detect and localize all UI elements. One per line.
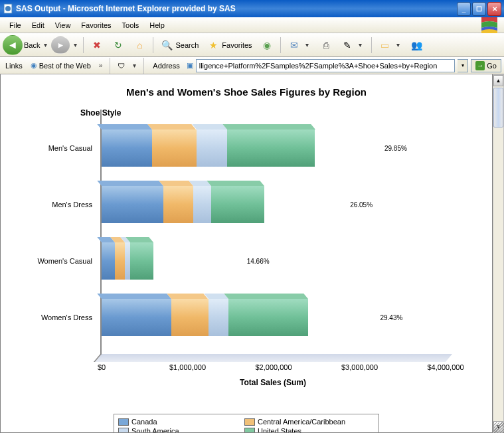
refresh-button[interactable]: ↻ <box>108 36 128 54</box>
legend-swatch <box>118 418 129 426</box>
chevron-down-icon: ▾ <box>394 41 402 48</box>
edit-icon: ✎ <box>341 39 354 52</box>
menu-tools[interactable]: Tools <box>117 20 145 31</box>
home-button[interactable]: ⌂ <box>129 36 149 54</box>
bar-segment <box>152 130 196 167</box>
bar-segment <box>211 186 264 223</box>
separator <box>143 58 144 74</box>
menu-view[interactable]: View <box>50 20 76 31</box>
go-button[interactable]: → Go <box>471 59 501 72</box>
go-arrow-icon: → <box>475 61 485 70</box>
edit-button[interactable]: ✎▾ <box>337 36 368 54</box>
x-axis-title: Total Sales (Sum) <box>100 378 446 387</box>
bar-segment <box>228 299 308 336</box>
home-icon: ⌂ <box>133 39 146 52</box>
chart-legend: CanadaCentral America/CaribbeanSouth Ame… <box>114 414 379 433</box>
print-button[interactable]: ⎙ <box>316 36 336 54</box>
legend-swatch <box>244 418 255 426</box>
link-best-of-web[interactable]: ◉ Best of the Web <box>28 61 94 70</box>
legend-item: Canada <box>118 417 244 426</box>
back-button[interactable]: ◄ <box>3 35 23 55</box>
bar-row: 29.85% <box>102 130 373 167</box>
legend-swatch <box>244 428 255 434</box>
messenger-icon: 👥 <box>410 39 424 52</box>
address-dropdown-button[interactable]: ▾ <box>458 59 468 72</box>
plot-floor <box>94 354 452 362</box>
folder-icon: ▭ <box>378 39 392 52</box>
y-tick-label: Men's Dress <box>52 201 92 209</box>
bar-row: 26.05% <box>102 186 338 223</box>
back-label: Back <box>24 41 40 49</box>
bar-segment <box>193 186 211 223</box>
bar-segment <box>171 299 208 336</box>
legend-item: South America <box>118 426 244 433</box>
y-tick-label: Women's Casual <box>37 257 92 265</box>
refresh-icon: ↻ <box>112 39 125 52</box>
vertical-scrollbar[interactable]: ▲ ▼ <box>493 74 504 433</box>
legend-item: United States <box>244 426 371 433</box>
mail-icon: ✉ <box>288 39 301 52</box>
main-toolbar: ◄ Back ▾ ► ▾ ✖ ↻ ⌂ 🔍Search ★Favorites ◉ … <box>0 33 504 57</box>
bar-segment <box>227 130 315 167</box>
legend-label: United States <box>258 427 301 433</box>
menu-file[interactable]: File <box>4 20 27 31</box>
x-tick-label: $0 <box>98 363 106 371</box>
stop-icon: ✖ <box>90 39 104 52</box>
favorites-button[interactable]: ★Favorites <box>203 36 255 54</box>
ie-page-icon <box>3 3 13 14</box>
legend-label: South America <box>131 427 179 433</box>
forward-dropdown-icon[interactable]: ▾ <box>71 41 80 48</box>
messenger-button[interactable]: 👥 <box>407 36 427 54</box>
menu-favorites[interactable]: Favorites <box>76 20 116 31</box>
scroll-thumb[interactable] <box>493 88 503 128</box>
y-tick-label: Men's Casual <box>48 144 92 152</box>
forward-button[interactable]: ► <box>51 37 70 54</box>
ie-logo-icon <box>479 15 500 36</box>
menu-help[interactable]: Help <box>144 20 170 31</box>
bar-segment <box>197 130 227 167</box>
y-tick-label: Women's Dress <box>41 313 92 321</box>
chevron-down-icon: ▾ <box>356 41 365 48</box>
bar-segment <box>115 242 125 280</box>
back-dropdown-icon[interactable]: ▾ <box>41 41 50 48</box>
resize-grip[interactable] <box>493 422 504 433</box>
address-input[interactable] <box>196 59 456 72</box>
chevron-down-icon[interactable]: ▾ <box>130 62 139 69</box>
maximize-button[interactable]: ☐ <box>472 2 486 16</box>
norton-icon[interactable]: 🛡 <box>115 62 127 70</box>
x-tick-label: $3,000,000 <box>341 363 378 371</box>
bar-percent-label: 29.85% <box>384 145 407 152</box>
scroll-up-button[interactable]: ▲ <box>493 75 503 86</box>
folder-button[interactable]: ▭▾ <box>375 36 406 54</box>
separator <box>280 37 281 53</box>
stop-button[interactable]: ✖ <box>87 36 107 54</box>
mail-button[interactable]: ✉▾ <box>284 36 315 54</box>
legend-label: Central America/Caribbean <box>258 418 345 426</box>
minimize-button[interactable]: _ <box>457 2 471 16</box>
separator <box>83 37 84 53</box>
close-button[interactable]: ✕ <box>487 2 501 16</box>
bar-segment <box>130 242 153 280</box>
bar-segment <box>102 242 115 280</box>
legend-label: Canada <box>131 418 157 426</box>
media-button[interactable]: ◉ <box>257 36 277 54</box>
print-icon: ⎙ <box>319 39 333 52</box>
bar-segment <box>102 299 171 336</box>
bar-row: 29.43% <box>102 299 368 336</box>
chevron-down-icon: ▾ <box>303 41 311 48</box>
chart-area: Shoe Style Men's Casual29.85%Men's Dress… <box>14 110 479 407</box>
bar-segment <box>209 299 228 336</box>
separator <box>110 58 110 74</box>
bar-row: 14.66% <box>102 242 235 280</box>
x-tick-label: $2,000,000 <box>255 363 292 371</box>
window-title: SAS Output - Microsoft Internet Explorer… <box>16 4 457 13</box>
search-button[interactable]: 🔍Search <box>157 36 202 54</box>
bar-percent-label: 26.05% <box>350 201 373 209</box>
separator <box>371 37 372 53</box>
scroll-track[interactable] <box>493 86 503 421</box>
links-overflow-icon[interactable]: » <box>96 62 106 69</box>
menu-edit[interactable]: Edit <box>27 20 50 31</box>
menu-bar: File Edit View Favorites Tools Help <box>0 17 504 33</box>
links-address-bar: Links ◉ Best of the Web » 🛡 ▾ Address ▣ … <box>0 57 504 74</box>
links-label: Links <box>3 62 25 70</box>
